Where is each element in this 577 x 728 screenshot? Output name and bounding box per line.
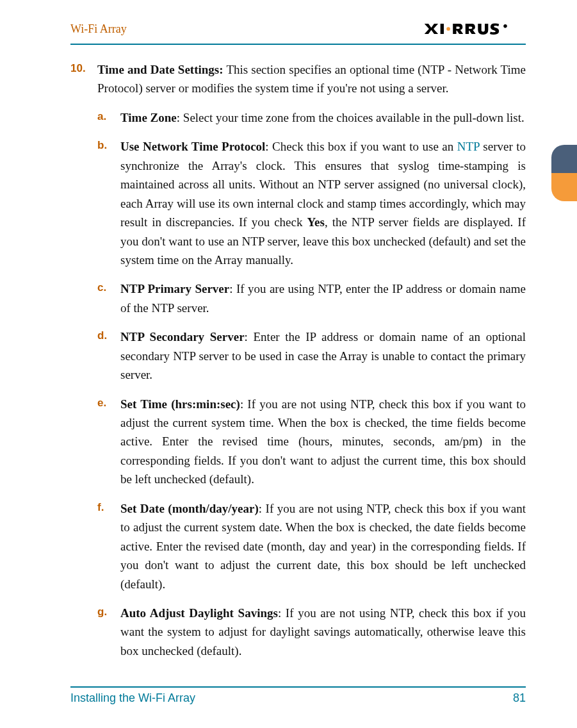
- sub-body: Set Date (month/day/year): If you are no…: [120, 499, 526, 593]
- xirrus-logo-icon: ®: [423, 22, 526, 36]
- svg-text:®: ®: [503, 24, 507, 29]
- sub-title: Set Date (month/day/year): [120, 502, 259, 515]
- sub-yes: Yes: [307, 215, 324, 229]
- sub-title: NTP Primary Server: [120, 282, 229, 295]
- sub-letter: b.: [97, 137, 120, 269]
- step-title: Time and Date Settings:: [97, 63, 223, 76]
- sub-letter: g.: [97, 604, 120, 660]
- sub-item-d: d. NTP Secondary Server: Enter the IP ad…: [97, 327, 526, 384]
- sub-text: : Select your time zone from the choices…: [177, 111, 524, 124]
- page-body: 10. Time and Date Settings: This section…: [70, 60, 526, 660]
- sub-title: Use Network Time Protocol: [120, 140, 265, 153]
- header-title: Wi-Fi Array: [70, 22, 127, 36]
- page-footer: Installing the Wi-Fi Array 81: [70, 686, 526, 705]
- sub-item-a: a. Time Zone: Select your time zone from…: [97, 108, 526, 127]
- sub-item-c: c. NTP Primary Server: If you are using …: [97, 279, 526, 317]
- sub-letter: a.: [97, 108, 120, 127]
- sub-body: NTP Secondary Server: Enter the IP addre…: [120, 327, 526, 384]
- sub-pre: : Check this box if you want to use an: [265, 140, 457, 153]
- sub-item-b: b. Use Network Time Protocol: Check this…: [97, 137, 526, 269]
- sub-letter: f.: [97, 499, 120, 593]
- step-number: 10.: [70, 60, 97, 98]
- sub-letter: e.: [97, 395, 120, 489]
- sub-letter: d.: [97, 327, 120, 384]
- sub-body: Auto Adjust Daylight Savings: If you are…: [120, 604, 526, 660]
- svg-rect-0: [441, 24, 444, 34]
- svg-point-1: [446, 27, 450, 31]
- sub-body: Time Zone: Select your time zone from th…: [120, 108, 526, 127]
- ntp-link[interactable]: NTP: [457, 140, 480, 153]
- sub-item-e: e. Set Time (hrs:min:sec): If you are no…: [97, 395, 526, 489]
- sub-letter: c.: [97, 279, 120, 317]
- side-tab-top-icon: [551, 145, 577, 173]
- sub-title: NTP Secondary Server: [120, 330, 245, 343]
- page-header: Wi-Fi Array ®: [70, 18, 526, 45]
- footer-page-number: 81: [513, 691, 526, 705]
- brand-logo: ®: [423, 22, 526, 36]
- step-text: Time and Date Settings: This section spe…: [97, 60, 526, 98]
- sub-title: Auto Adjust Daylight Savings: [120, 606, 278, 620]
- side-tab-bottom-icon: [551, 173, 577, 201]
- sub-item-f: f. Set Date (month/day/year): If you are…: [97, 499, 526, 593]
- sub-title: Time Zone: [120, 111, 177, 124]
- sub-item-g: g. Auto Adjust Daylight Savings: If you …: [97, 604, 526, 660]
- sub-body: NTP Primary Server: If you are using NTP…: [120, 279, 526, 317]
- sub-list: a. Time Zone: Select your time zone from…: [70, 108, 526, 660]
- step-10: 10. Time and Date Settings: This section…: [70, 60, 526, 98]
- sub-title: Set Time (hrs:min:sec): [120, 397, 240, 411]
- page-container: Wi-Fi Array ®: [0, 0, 577, 728]
- side-tab: [551, 145, 577, 201]
- sub-body: Use Network Time Protocol: Check this bo…: [120, 137, 526, 269]
- footer-section: Installing the Wi-Fi Array: [70, 691, 195, 705]
- sub-body: Set Time (hrs:min:sec): If you are not u…: [120, 395, 526, 489]
